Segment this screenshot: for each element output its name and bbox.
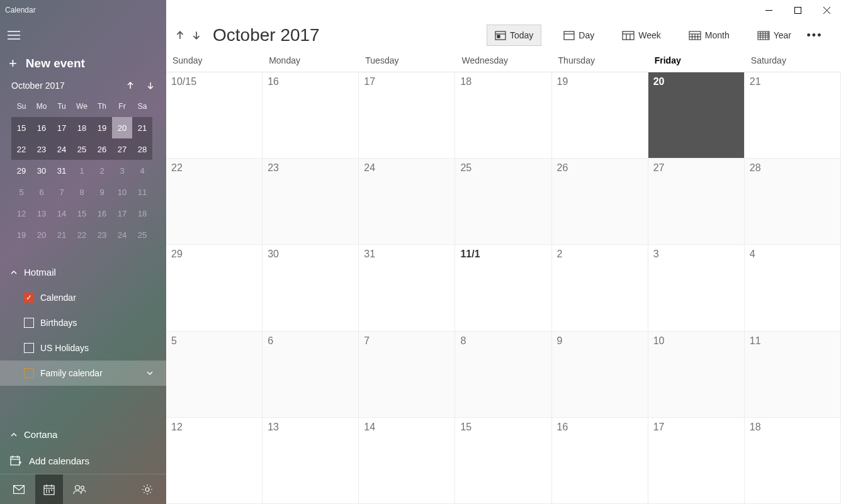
day-cell[interactable]: 18 <box>455 72 551 159</box>
mini-day[interactable]: 22 <box>11 138 31 160</box>
checkbox[interactable] <box>24 368 34 378</box>
checkbox[interactable] <box>24 318 34 328</box>
minimize-button[interactable] <box>754 0 783 20</box>
mini-day[interactable]: 13 <box>31 203 52 224</box>
mini-day[interactable]: 16 <box>31 117 52 138</box>
mini-day[interactable]: 15 <box>11 117 31 138</box>
mini-day[interactable]: 10 <box>112 181 132 203</box>
mini-day[interactable]: 7 <box>52 181 72 203</box>
day-cell[interactable]: 8 <box>455 332 551 418</box>
mail-app-button[interactable] <box>5 474 33 505</box>
mini-day[interactable]: 5 <box>11 181 31 203</box>
mini-day[interactable]: 3 <box>112 160 132 181</box>
day-cell[interactable]: 17 <box>648 418 745 504</box>
hamburger-button[interactable] <box>0 20 166 50</box>
calendar-item[interactable]: US Holidays <box>0 335 166 361</box>
day-cell[interactable]: 18 <box>745 418 841 504</box>
day-cell[interactable]: 26 <box>552 159 648 245</box>
checkbox[interactable] <box>24 343 34 353</box>
mini-day[interactable]: 27 <box>112 138 132 160</box>
mini-day[interactable]: 20 <box>31 224 52 245</box>
mini-day[interactable]: 24 <box>52 138 72 160</box>
day-cell[interactable]: 29 <box>166 245 262 331</box>
account-cortana[interactable]: Cortana <box>0 422 166 447</box>
mini-day[interactable]: 14 <box>52 203 72 224</box>
calendar-item[interactable]: Birthdays <box>0 310 166 335</box>
new-event-button[interactable]: + New event <box>0 50 166 81</box>
day-cell[interactable]: 28 <box>745 159 841 245</box>
day-cell[interactable]: 13 <box>262 418 359 504</box>
mini-prev-button[interactable] <box>126 81 135 90</box>
day-cell[interactable]: 5 <box>166 332 262 418</box>
mini-day[interactable]: 17 <box>112 203 132 224</box>
view-week-button[interactable]: Week <box>614 25 669 46</box>
day-cell[interactable]: 14 <box>359 418 455 504</box>
day-cell[interactable]: 10/15 <box>166 72 262 159</box>
mini-day[interactable]: 26 <box>92 138 112 160</box>
people-app-button[interactable] <box>65 474 93 505</box>
prev-period-button[interactable] <box>175 30 185 40</box>
mini-day[interactable]: 12 <box>11 203 31 224</box>
mini-day[interactable]: 16 <box>92 203 112 224</box>
calendar-item[interactable]: Calendar <box>0 285 166 310</box>
mini-day[interactable]: 19 <box>92 117 112 138</box>
day-cell[interactable]: 17 <box>359 72 455 159</box>
mini-day[interactable]: 11 <box>132 181 152 203</box>
mini-day[interactable]: 1 <box>72 160 92 181</box>
mini-day[interactable]: 21 <box>52 224 72 245</box>
today-button[interactable]: Today <box>487 25 541 46</box>
view-day-button[interactable]: Day <box>555 25 602 46</box>
day-cell[interactable]: 19 <box>552 72 648 159</box>
day-cell[interactable]: 12 <box>166 418 262 504</box>
day-cell[interactable]: 31 <box>359 245 455 331</box>
day-cell[interactable]: 27 <box>648 159 745 245</box>
mini-day[interactable]: 18 <box>72 117 92 138</box>
day-cell[interactable]: 9 <box>552 332 648 418</box>
maximize-button[interactable] <box>783 0 812 20</box>
day-cell[interactable]: 10 <box>648 332 745 418</box>
day-cell[interactable]: 6 <box>262 332 359 418</box>
mini-day[interactable]: 31 <box>52 160 72 181</box>
mini-day[interactable]: 9 <box>92 181 112 203</box>
more-button[interactable]: ••• <box>802 29 827 42</box>
close-button[interactable] <box>812 0 841 20</box>
next-period-button[interactable] <box>191 30 201 40</box>
mini-day[interactable]: 30 <box>31 160 52 181</box>
day-cell[interactable]: 21 <box>745 72 841 159</box>
view-year-button[interactable]: Year <box>749 25 799 46</box>
mini-day[interactable]: 18 <box>132 203 152 224</box>
account-header[interactable]: Hotmail <box>0 259 166 285</box>
add-calendars-button[interactable]: Add calendars <box>0 447 166 474</box>
day-cell[interactable]: 25 <box>455 159 551 245</box>
day-cell[interactable]: 23 <box>262 159 359 245</box>
mini-day[interactable]: 20 <box>112 117 132 138</box>
day-cell[interactable]: 2 <box>552 245 648 331</box>
mini-next-button[interactable] <box>146 81 155 90</box>
settings-button[interactable] <box>133 474 161 505</box>
calendar-item[interactable]: Family calendar <box>0 361 166 386</box>
day-cell[interactable]: 22 <box>166 159 262 245</box>
mini-day[interactable]: 24 <box>112 224 132 245</box>
mini-day[interactable]: 8 <box>72 181 92 203</box>
mini-day[interactable]: 25 <box>132 224 152 245</box>
mini-day[interactable]: 25 <box>72 138 92 160</box>
day-cell[interactable]: 11/1 <box>455 245 551 331</box>
day-cell[interactable]: 16 <box>552 418 648 504</box>
day-cell[interactable]: 20 <box>648 72 745 159</box>
day-cell[interactable]: 3 <box>648 245 745 331</box>
mini-day[interactable]: 23 <box>31 138 52 160</box>
mini-day[interactable]: 29 <box>11 160 31 181</box>
day-cell[interactable]: 7 <box>359 332 455 418</box>
checkbox[interactable] <box>24 293 34 303</box>
mini-day[interactable]: 2 <box>92 160 112 181</box>
mini-day[interactable]: 21 <box>132 117 152 138</box>
day-cell[interactable]: 16 <box>262 72 359 159</box>
mini-day[interactable]: 23 <box>92 224 112 245</box>
view-month-button[interactable]: Month <box>680 25 738 46</box>
day-cell[interactable]: 24 <box>359 159 455 245</box>
mini-day[interactable]: 19 <box>11 224 31 245</box>
day-cell[interactable]: 15 <box>455 418 551 504</box>
mini-day[interactable]: 4 <box>132 160 152 181</box>
day-cell[interactable]: 4 <box>745 245 841 331</box>
mini-day[interactable]: 6 <box>31 181 52 203</box>
